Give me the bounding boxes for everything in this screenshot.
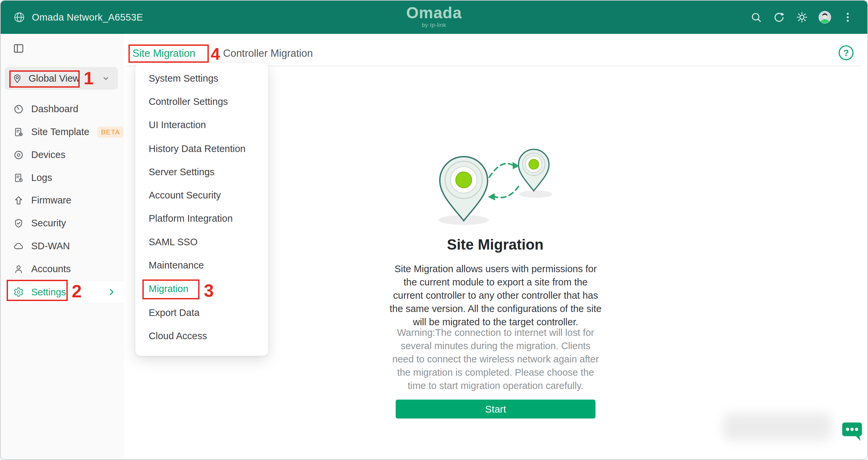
menu-item-server-settings[interactable]: Server Settings [135, 163, 268, 181]
sidebar-item-site-template[interactable]: Site Template BETA [1, 121, 124, 143]
security-shield-icon [13, 218, 24, 229]
gear-icon [13, 287, 24, 297]
svg-text:?: ? [843, 48, 849, 58]
annotation-number-4: 4 [211, 46, 220, 62]
page-title: Site Migration [386, 236, 605, 253]
menu-item-history-data-retention[interactable]: History Data Retention [135, 140, 268, 158]
sidebar-item-accounts[interactable]: Accounts [1, 257, 124, 280]
network-name: Omada Network_A6553E [32, 12, 143, 23]
site-migration-description: Site Migration allows users with permiss… [389, 262, 602, 329]
sidebar-item-security[interactable]: Security [1, 212, 124, 235]
menu-item-cloud-access[interactable]: Cloud Access [135, 327, 268, 345]
global-view-selector[interactable]: Global View [5, 67, 118, 90]
top-header-bar: Omada Network_A6553E Omada by tp-link [1, 1, 867, 34]
global-view-label: Global View [29, 73, 80, 84]
refresh-icon[interactable] [772, 10, 786, 24]
person-icon [13, 264, 24, 274]
chevron-down-icon [101, 74, 111, 83]
chevron-right-icon [106, 287, 117, 297]
sidebar-item-label: Accounts [31, 264, 71, 274]
start-button[interactable]: Start [396, 400, 595, 419]
header-action-icons [749, 1, 855, 34]
location-pin-icon [12, 73, 23, 84]
sidebar-item-label: SD-WAN [31, 241, 70, 252]
migration-warning-text: Warning:The connection to internet will … [389, 326, 602, 392]
more-menu-icon[interactable] [841, 10, 855, 24]
chat-bubble-icon[interactable] [841, 420, 863, 443]
user-avatar[interactable] [818, 10, 832, 24]
devices-icon [13, 150, 24, 160]
menu-item-ui-interaction[interactable]: UI Interaction [135, 116, 268, 134]
globe-icon [13, 11, 25, 23]
menu-item-account-security[interactable]: Account Security [135, 186, 268, 205]
sidebar-item-logs[interactable]: Logs [1, 166, 124, 189]
sidebar-item-label: Site Template [31, 126, 89, 137]
sidebar-item-label: Security [31, 218, 66, 229]
omada-logo-text: Omada [406, 5, 462, 21]
brightness-icon[interactable] [795, 10, 809, 24]
menu-item-saml-sso[interactable]: SAML SSO [135, 233, 268, 251]
sidebar-item-label: Logs [31, 172, 52, 183]
settings-dropdown-menu: System Settings Controller Settings UI I… [135, 63, 268, 356]
migration-arrow-right [489, 164, 513, 177]
network-selector[interactable]: Omada Network_A6553E [13, 1, 143, 34]
cloud-icon [13, 241, 24, 252]
menu-item-export-data[interactable]: Export Data [135, 303, 268, 322]
migration-arrow-left [494, 186, 519, 197]
sidebar-item-devices[interactable]: Devices [1, 143, 124, 166]
firmware-icon [13, 195, 24, 206]
site-migration-illustration [382, 140, 568, 226]
menu-item-migration[interactable]: Migration [135, 279, 268, 298]
sidebar-item-dashboard[interactable]: Dashboard [1, 98, 124, 121]
sidebar-item-settings[interactable]: Settings [1, 281, 124, 303]
dashboard-icon [13, 104, 24, 115]
sidebar: Global View Dashboard Site Template BETA [1, 34, 124, 459]
search-icon[interactable] [749, 10, 763, 24]
help-icon[interactable]: ? [838, 44, 855, 61]
tab-site-migration[interactable]: Site Migration [132, 48, 195, 59]
sidebar-item-label: Dashboard [31, 103, 78, 115]
beta-badge: BETA [97, 126, 123, 138]
omada-controller-window: Omada Network_A6553E Omada by tp-link [0, 0, 868, 460]
sidebar-collapse-icon[interactable] [12, 42, 26, 56]
sidebar-item-label: Devices [31, 149, 65, 160]
menu-item-controller-settings[interactable]: Controller Settings [135, 92, 268, 111]
sidebar-item-label: Settings [31, 287, 66, 298]
omada-logo-subtext: by tp-link [406, 22, 462, 29]
sidebar-item-sd-wan[interactable]: SD-WAN [1, 235, 124, 257]
tab-controller-migration[interactable]: Controller Migration [223, 48, 313, 59]
menu-item-platform-integration[interactable]: Platform Integration [135, 209, 268, 228]
menu-item-system-settings[interactable]: System Settings [135, 69, 268, 88]
blurred-watermark [723, 413, 832, 441]
logs-icon [13, 173, 24, 183]
omada-logo: Omada by tp-link [406, 5, 462, 29]
site-template-icon [13, 127, 24, 137]
sidebar-item-firmware[interactable]: Firmware [1, 189, 124, 212]
menu-item-maintenance[interactable]: Maintenance [135, 256, 268, 274]
sidebar-item-label: Firmware [31, 195, 71, 206]
